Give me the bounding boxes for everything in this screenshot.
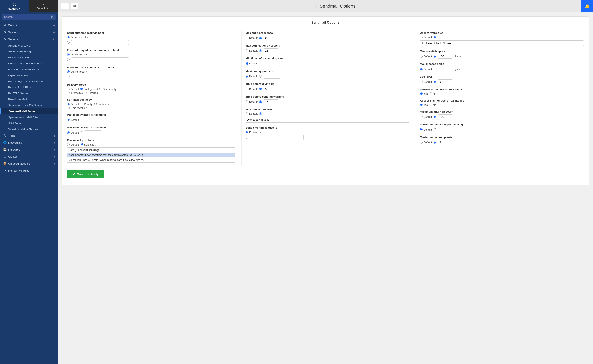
- max-load-sending-default-radio[interactable]: [67, 119, 70, 121]
- max-connections-default-label[interactable]: Default: [246, 49, 258, 52]
- send-outgoing-direct-label[interactable]: Deliver directly: [67, 36, 88, 39]
- accept-real-names-yes-label[interactable]: Yes: [420, 103, 428, 106]
- delivery-queue-radio[interactable]: [99, 88, 102, 90]
- forward-unqualified-custom-radio[interactable]: [67, 58, 70, 61]
- delivery-interactive-radio[interactable]: [67, 92, 70, 94]
- max-bad-recipients-value-label[interactable]: [434, 141, 436, 144]
- max-hop-count-default-label[interactable]: Default: [420, 115, 432, 118]
- max-recipients-input[interactable]: [438, 127, 452, 132]
- time-warning-value-label[interactable]: [259, 100, 262, 103]
- max-connections-input[interactable]: [264, 48, 278, 53]
- time-giving-up-default-radio[interactable]: [246, 88, 248, 90]
- max-message-size-default-label[interactable]: Default: [420, 68, 432, 71]
- min-retry-default-label[interactable]: Default: [246, 62, 258, 65]
- file-security-default-label[interactable]: Default: [67, 143, 79, 146]
- time-warning-input[interactable]: [264, 99, 278, 104]
- max-queue-input[interactable]: [264, 74, 280, 79]
- send-errors-postmaster-radio[interactable]: [246, 131, 248, 133]
- send-errors-postmaster-label[interactable]: Postmaster: [246, 130, 263, 134]
- sidebar-item-samba[interactable]: Samba Windows File Sharing: [0, 102, 58, 108]
- sidebar-item-nginx[interactable]: Nginx Webserver: [0, 72, 58, 78]
- log-level-input[interactable]: [438, 79, 452, 84]
- notification-button[interactable]: 🔔: [581, 0, 593, 12]
- sidebar-item-apache[interactable]: Apache Webserver: [0, 43, 58, 49]
- log-level-value-label[interactable]: [434, 80, 436, 83]
- delivery-interactive-label[interactable]: Interactive: [67, 91, 83, 95]
- log-level-default-label[interactable]: Default: [420, 80, 432, 83]
- sidebar-item-unused[interactable]: 📦 Un-used Modules ◀: [0, 160, 58, 167]
- forward-unqualified-custom-input[interactable]: [71, 58, 129, 62]
- sort-default-label[interactable]: Default: [67, 103, 79, 106]
- sidebar-item-proftpd[interactable]: ProFTPD Server: [0, 90, 58, 96]
- max-child-value-radio[interactable]: [259, 37, 262, 39]
- sort-hostname-label[interactable]: Hostname: [94, 103, 110, 106]
- max-message-size-custom-radio[interactable]: [434, 68, 436, 70]
- time-warning-default-label[interactable]: Default: [246, 100, 258, 103]
- mail-queue-dir-custom-radio[interactable]: [259, 112, 262, 115]
- send-outgoing-direct-radio[interactable]: [67, 36, 70, 39]
- forward-local-custom-input[interactable]: [71, 75, 129, 79]
- sidebar-item-ssh[interactable]: SSH Server: [0, 120, 58, 126]
- max-load-receiving-default-label[interactable]: Default: [67, 131, 79, 134]
- mail-queue-dir-default-radio[interactable]: [246, 112, 248, 115]
- file-security-selected-label[interactable]: Selected..: [80, 143, 96, 146]
- max-child-input[interactable]: [264, 36, 278, 40]
- sidebar-item-bind[interactable]: BIND DNS Server: [0, 55, 58, 60]
- sort-timereceived-radio[interactable]: [67, 107, 70, 109]
- max-queue-default-radio[interactable]: [246, 75, 248, 78]
- max-bad-recipients-default-radio[interactable]: [420, 141, 423, 144]
- grid-button[interactable]: ⊞: [71, 3, 78, 9]
- list-item[interactable]: Safe (No special handling): [67, 148, 235, 153]
- max-queue-default-label[interactable]: Default: [246, 75, 258, 78]
- sort-default-radio[interactable]: [67, 103, 70, 105]
- user-forward-default-label[interactable]: Default: [420, 36, 432, 39]
- user-forward-input[interactable]: [420, 40, 584, 46]
- max-connections-value-radio[interactable]: [259, 49, 262, 52]
- max-connections-value-label[interactable]: [259, 49, 262, 52]
- sidebar-item-dovecot[interactable]: Dovecot IMAP/POP3 Server: [0, 60, 58, 66]
- delivery-deferred-label[interactable]: Deferred: [84, 91, 98, 95]
- star-icon[interactable]: ☆: [314, 4, 318, 9]
- mime-bounce-yes-label[interactable]: Yes: [420, 92, 428, 95]
- sort-priority-radio[interactable]: [80, 103, 83, 105]
- list-item[interactable]: ClassFileInUnsafeDirPath (When reading c…: [67, 157, 235, 162]
- file-security-default-radio[interactable]: [67, 143, 70, 146]
- delivery-default-radio[interactable]: [67, 88, 70, 90]
- log-level-default-radio[interactable]: [420, 80, 423, 83]
- sidebar-item-networking[interactable]: 🌐 Networking ◀: [0, 139, 58, 146]
- max-hop-count-value-radio[interactable]: [434, 116, 436, 118]
- sidebar-item-hardware[interactable]: 💾 Hardware ◀: [0, 146, 58, 153]
- search-input[interactable]: [2, 14, 56, 20]
- max-child-default-label[interactable]: Default: [246, 36, 258, 39]
- max-load-receiving-default-radio[interactable]: [67, 131, 70, 134]
- delivery-queue-label[interactable]: Queue only: [99, 87, 117, 91]
- max-child-default-radio[interactable]: [246, 37, 248, 39]
- max-load-sending-default-label[interactable]: Default: [67, 118, 79, 122]
- min-free-disk-default-radio[interactable]: [420, 55, 423, 58]
- time-warning-default-radio[interactable]: [246, 100, 248, 103]
- sidebar-item-system[interactable]: ⚙ System ◀: [0, 29, 58, 36]
- accept-real-names-yes-radio[interactable]: [420, 104, 423, 106]
- max-hop-count-input[interactable]: [438, 114, 452, 119]
- max-bad-recipients-value-radio[interactable]: [434, 141, 436, 144]
- sidebar-item-refresh[interactable]: ↺ Refresh Modules: [0, 167, 58, 174]
- sidebar-item-sendmail[interactable]: Sendmail Mail Server: [0, 108, 58, 114]
- max-queue-custom-radio[interactable]: [259, 75, 262, 78]
- mail-queue-dir-input[interactable]: [246, 117, 410, 123]
- send-outgoing-custom-input[interactable]: [71, 40, 129, 45]
- min-free-disk-value-label[interactable]: [434, 55, 436, 58]
- delivery-deferred-radio[interactable]: [84, 92, 87, 94]
- sidebar-item-virtualmin[interactable]: Virtualmin Virtual Servers: [0, 126, 58, 132]
- max-bad-recipients-input[interactable]: [438, 140, 452, 145]
- sidebar-item-readusermail[interactable]: Read User Mail: [0, 96, 58, 102]
- sidebar-item-spamassassin[interactable]: SpamAssassin Mail Filter: [0, 114, 58, 120]
- max-load-receiving-custom-radio[interactable]: [80, 131, 83, 134]
- mail-queue-dir-default-label[interactable]: Default: [246, 112, 258, 115]
- accept-real-names-no-label[interactable]: No: [430, 103, 437, 106]
- sort-timereceived-label[interactable]: Time received: [67, 106, 87, 110]
- webmin-brand[interactable]: ⬡ Webmin: [0, 0, 29, 12]
- max-hop-count-default-radio[interactable]: [420, 116, 423, 118]
- delivery-default-label[interactable]: Default: [67, 87, 79, 91]
- min-free-disk-input[interactable]: [438, 54, 452, 59]
- sidebar-item-cluster[interactable]: ⬡ Cluster ◀: [0, 153, 58, 160]
